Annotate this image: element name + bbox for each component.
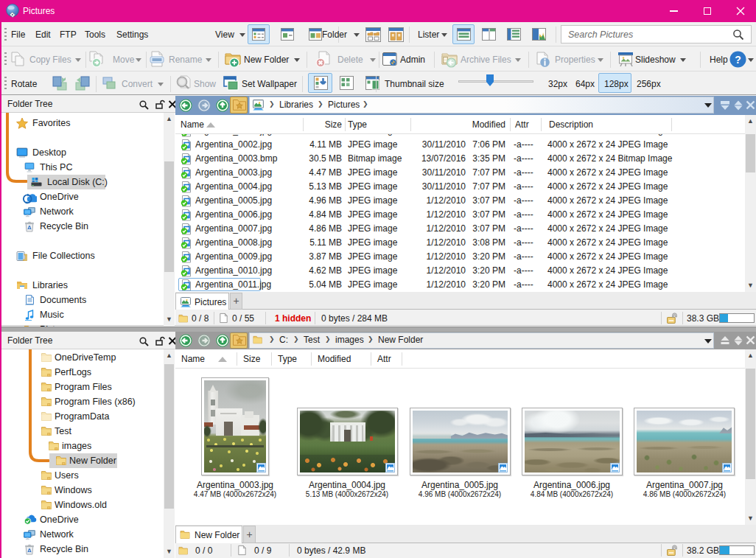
svg-text:?: ? bbox=[735, 54, 741, 66]
